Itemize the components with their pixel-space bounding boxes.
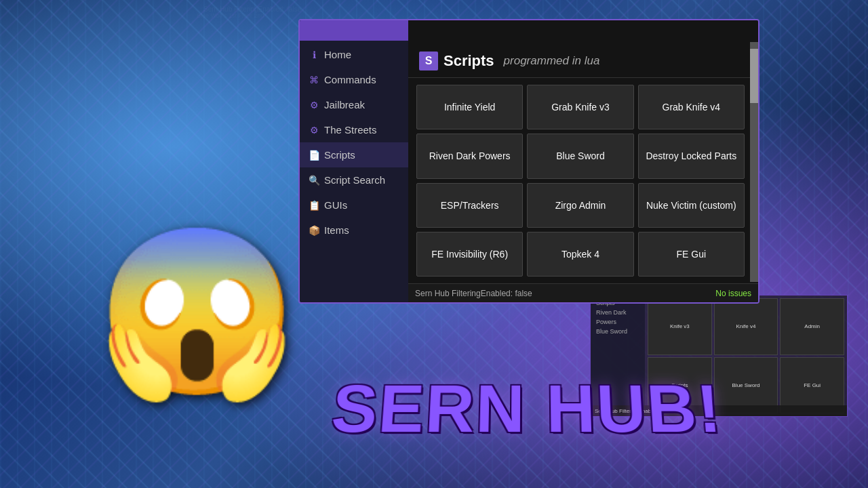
sidebar-item-items[interactable]: 📦 Items [300, 218, 408, 243]
gui-window: ℹ Home ⌘ Commands ⚙ Jailbreak ⚙ The Stre… [298, 19, 760, 304]
sidebar-label-script-search: Script Search [324, 174, 385, 186]
btn-grab-knife-v3[interactable]: Grab Knife v3 [527, 85, 633, 129]
btn-grab-knife-v4[interactable]: Grab Knife v4 [638, 85, 745, 129]
sidebar-label-the-streets: The Streets [324, 124, 377, 136]
scripts-logo: S Scripts [419, 52, 494, 70]
bg-btn: Admin [780, 298, 844, 355]
scripts-title: Scripts [443, 52, 494, 70]
status-text: Sern Hub FilteringEnabled: false [415, 289, 532, 298]
sidebar-label-jailbreak: Jailbreak [324, 99, 365, 110]
btn-esp-trackers[interactable]: ESP/Trackers [416, 183, 523, 228]
sidebar-label-home: Home [324, 49, 351, 60]
sidebar-item-scripts[interactable]: 📄 Scripts [300, 142, 408, 167]
jailbreak-icon: ⚙ [308, 100, 320, 110]
scripts-grid: Infinite Yield Grab Knife v3 Grab Knife … [408, 78, 758, 283]
sidebar-item-home[interactable]: ℹ Home [300, 42, 408, 67]
btn-infinite-yield[interactable]: Infinite Yield [416, 85, 523, 129]
btn-zirgo-admin[interactable]: Zirgo Admin [527, 183, 633, 228]
sidebar: ℹ Home ⌘ Commands ⚙ Jailbreak ⚙ The Stre… [300, 20, 408, 302]
scripts-header: S Scripts programmed in lua [408, 42, 758, 78]
sidebar-label-scripts: Scripts [324, 149, 355, 161]
btn-riven-dark-powers[interactable]: Riven Dark Powers [416, 134, 523, 178]
btn-fe-invisibility[interactable]: FE Invisibility (R6) [416, 232, 523, 277]
sern-hub-title: SERN HUB! [328, 371, 725, 448]
sidebar-label-commands: Commands [324, 74, 376, 85]
status-ok: No issues [715, 289, 751, 298]
main-content: S Scripts programmed in lua Infinite Yie… [408, 20, 758, 302]
bg-gui-item: Blue Sword [593, 327, 642, 336]
bg-gui-item: Powers [593, 317, 642, 327]
sidebar-item-guis[interactable]: 📋 GUIs [300, 192, 408, 218]
scripts-icon: 📄 [308, 150, 320, 161]
sidebar-item-script-search[interactable]: 🔍 Script Search [300, 167, 408, 192]
btn-fe-gui[interactable]: FE Gui [638, 232, 745, 277]
emoji-face: 😱 [96, 230, 298, 393]
sidebar-item-commands[interactable]: ⌘ Commands [300, 67, 408, 92]
scripts-subtitle: programmed in lua [504, 54, 600, 68]
streets-icon: ⚙ [308, 125, 320, 136]
bg-btn: Knife v3 [648, 298, 712, 355]
commands-icon: ⌘ [308, 75, 320, 85]
status-bar: Sern Hub FilteringEnabled: false No issu… [408, 283, 758, 302]
sidebar-item-jailbreak[interactable]: ⚙ Jailbreak [300, 92, 408, 117]
scrollbar-thumb[interactable] [750, 49, 758, 103]
btn-destroy-locked-parts[interactable]: Destroy Locked Parts [638, 134, 745, 178]
sidebar-item-the-streets[interactable]: ⚙ The Streets [300, 117, 408, 142]
btn-nuke-victim[interactable]: Nuke Victim (custom) [638, 183, 745, 228]
scripts-logo-icon: S [419, 52, 438, 70]
bg-btn: Knife v4 [714, 298, 778, 355]
btn-topkek-4[interactable]: Topkek 4 [527, 232, 633, 277]
screaming-emoji: 😱 [81, 190, 312, 434]
btn-blue-sword[interactable]: Blue Sword [527, 134, 633, 178]
search-icon: 🔍 [308, 175, 320, 186]
info-icon: ℹ [308, 49, 320, 60]
scrollbar[interactable] [750, 42, 758, 282]
sidebar-label-items: Items [324, 224, 349, 236]
sidebar-label-guis: GUIs [324, 199, 347, 211]
bg-gui-item: Riven Dark [593, 308, 642, 317]
